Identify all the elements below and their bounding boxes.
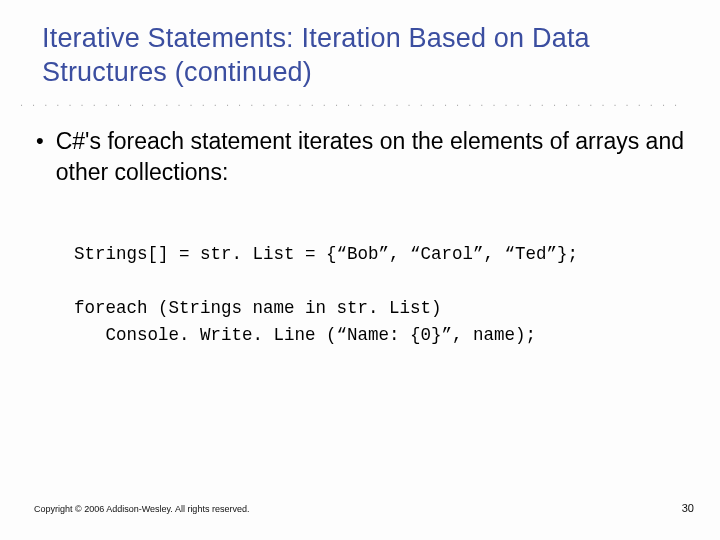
code-line-3: Console. Write. Line (“Name: {0}”, name)…	[74, 325, 536, 345]
slide-title: Iterative Statements: Iteration Based on…	[42, 22, 686, 90]
title-divider-dots: . . . . . . . . . . . . . . . . . . . . …	[20, 96, 686, 108]
code-line-1: Strings[] = str. List = {“Bob”, “Carol”,…	[74, 244, 578, 264]
slide: Iterative Statements: Iteration Based on…	[0, 0, 720, 540]
code-block: Strings[] = str. List = {“Bob”, “Carol”,…	[74, 214, 686, 350]
bullet-item: • C#'s foreach statement iterates on the…	[34, 126, 686, 188]
bullet-marker: •	[36, 126, 44, 156]
page-number: 30	[682, 502, 694, 514]
copyright-footer: Copyright © 2006 Addison-Wesley. All rig…	[34, 504, 249, 514]
bullet-text: C#'s foreach statement iterates on the e…	[56, 126, 686, 188]
code-line-2: foreach (Strings name in str. List)	[74, 298, 442, 318]
